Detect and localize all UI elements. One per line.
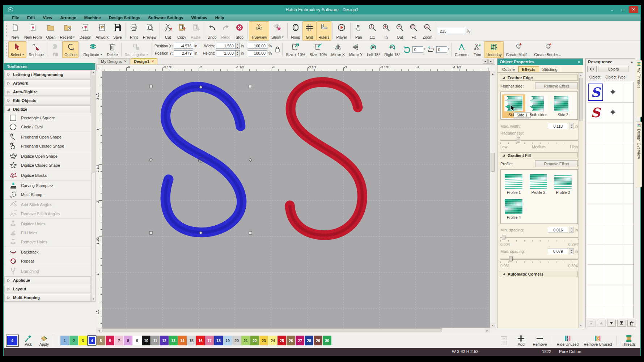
reshape-button[interactable]: Reshape xyxy=(26,41,46,58)
new-button[interactable]: New xyxy=(8,21,22,41)
toolboxes-scrollbar[interactable]: ▲ ▼ xyxy=(91,70,95,301)
save-button[interactable]: Save xyxy=(111,21,124,41)
tool-branching[interactable]: Branching xyxy=(4,267,91,276)
close-tab-icon[interactable]: ✕ xyxy=(152,60,154,63)
trueview-button[interactable]: TrueView xyxy=(249,21,269,41)
resequence-mode-button[interactable] xyxy=(587,66,597,72)
tab-prev-icon[interactable]: ◄ xyxy=(483,59,488,64)
create-border-button[interactable]: Create Border... xyxy=(532,41,563,58)
color-chip-1[interactable]: 1 xyxy=(60,336,69,345)
menu-help[interactable]: Help xyxy=(211,14,228,21)
slider-thumb[interactable] xyxy=(517,137,520,142)
column-object-type[interactable]: Object Type xyxy=(605,75,626,79)
color-chip-3[interactable]: 3 xyxy=(79,336,87,345)
gradient-remove-effect-button[interactable]: Remove Effect xyxy=(535,160,578,167)
width-input[interactable]: 1.569 xyxy=(216,43,236,49)
toolbox-section-appliqu-[interactable]: Appliqué xyxy=(4,276,91,284)
palette-spinner[interactable]: ▲▼ xyxy=(501,336,507,345)
tool-digitize-closed-shape[interactable]: Digitize Closed Shape xyxy=(4,161,91,170)
remove-button[interactable]: Remove xyxy=(533,335,547,346)
position-x-input[interactable]: -4.576 xyxy=(174,43,193,49)
pick-color-button[interactable]: Pick xyxy=(22,335,35,346)
design-button[interactable]: Design xyxy=(77,21,94,41)
resequence-row[interactable]: S xyxy=(587,102,634,123)
mirror-y-button[interactable]: Mirror Y xyxy=(347,41,365,58)
document-tab-my-designs[interactable]: My Designs✕ xyxy=(98,58,130,64)
tool-digitize-blocks[interactable]: Digitize Blocks xyxy=(4,171,91,180)
tool-rectangle-square[interactable]: Rectangle / Square xyxy=(4,113,91,122)
select-button[interactable]: Select▼ xyxy=(8,41,26,58)
max-spacing-spinner[interactable]: ▲▼ xyxy=(569,248,573,254)
tab-next-icon[interactable]: ► xyxy=(488,59,493,64)
duplicate-button[interactable]: Duplicate▼ xyxy=(81,41,105,58)
color-chip-28[interactable]: 28 xyxy=(305,336,313,345)
scale-x-input[interactable]: 100.00 xyxy=(248,43,267,49)
max-width-spinner[interactable]: ▲▼ xyxy=(569,123,573,129)
size-10-button[interactable]: Size + 10% xyxy=(284,41,307,58)
tool-remove-stitch-angles[interactable]: Remove Stitch Angles xyxy=(4,209,91,218)
color-chip-29[interactable]: 29 xyxy=(314,336,322,345)
max-width-input[interactable]: 0.118 xyxy=(548,123,568,129)
cut-button[interactable]: Cut xyxy=(161,21,175,41)
close-tab-icon[interactable]: ✕ xyxy=(124,60,127,63)
zoom-button[interactable]: Zoom xyxy=(420,21,435,41)
artwork-button[interactable]: Artwork xyxy=(93,21,111,41)
underlay-button[interactable]: Underlay xyxy=(484,41,504,58)
canvas-horizontal-scrollbar[interactable]: ◄ ► xyxy=(96,328,490,333)
tab-stitching[interactable]: Stitching xyxy=(539,67,561,72)
corners-button[interactable]: Corners xyxy=(453,41,470,58)
color-chip-14[interactable]: 14 xyxy=(178,336,187,345)
object-thumbnail[interactable]: S xyxy=(588,104,603,121)
menu-window[interactable]: Window xyxy=(187,14,211,21)
player-button[interactable]: Player xyxy=(334,21,349,41)
toolbox-section-auto-digitize[interactable]: Auto-Digitize xyxy=(4,88,91,96)
color-chip-12[interactable]: 12 xyxy=(160,336,169,345)
object-thumbnail[interactable]: S xyxy=(588,84,603,101)
size-10-button[interactable]: Size -10% xyxy=(308,41,329,58)
tool-digitize-holes[interactable]: Digitize Holes xyxy=(4,219,91,228)
tool-fill-holes[interactable]: Fill Holes xyxy=(4,228,91,237)
tool-circle-oval[interactable]: Circle / Oval xyxy=(4,122,91,131)
gradient-profile-3[interactable]: Profile 3 xyxy=(551,172,575,196)
canvas-vertical-scrollbar[interactable]: ▲ ▼ xyxy=(490,71,495,328)
outline-button[interactable]: Outline xyxy=(62,41,79,58)
min-spacing-slider[interactable] xyxy=(500,237,578,239)
slider-thumb[interactable] xyxy=(502,235,505,240)
scroll-up-icon[interactable]: ▲ xyxy=(92,70,95,74)
scroll-right-icon[interactable]: ► xyxy=(485,328,490,333)
column-object[interactable]: Object xyxy=(589,75,600,79)
color-chip-8[interactable]: 8 xyxy=(124,336,132,345)
color-chip-25[interactable]: 25 xyxy=(277,336,286,345)
color-chip-26[interactable]: 26 xyxy=(287,336,295,345)
object-properties-scrollbar[interactable]: ▲ ▼ xyxy=(579,73,583,328)
color-chip-11[interactable]: 11 xyxy=(151,336,160,345)
undo-button[interactable]: Undo xyxy=(205,21,219,41)
tool-repeat[interactable]: Repeat xyxy=(4,256,91,265)
menu-edit[interactable]: Edit xyxy=(23,14,39,21)
color-chip-19[interactable]: 19 xyxy=(223,336,232,345)
color-chip-9[interactable]: 9 xyxy=(133,336,141,345)
rotate-angle-input[interactable]: 0 xyxy=(412,46,423,53)
rulers-button[interactable]: Rulers xyxy=(316,21,331,41)
max-spacing-input[interactable]: 0.079 xyxy=(548,248,568,254)
menu-software-settings[interactable]: Software Settings xyxy=(144,14,187,21)
color-chip-4[interactable]: 4 xyxy=(88,336,96,345)
scale-y-input[interactable]: 100.00 xyxy=(248,50,267,56)
aspect-lock-icon[interactable] xyxy=(273,41,281,58)
hide-unused-button[interactable]: Hide Unused xyxy=(557,335,579,346)
tool-freehand-closed-shape[interactable]: Freehand Closed Shape xyxy=(4,141,91,150)
move-to-bottom-button[interactable] xyxy=(617,320,626,327)
maximize-button[interactable]: □ xyxy=(618,6,627,13)
toolbox-section-edit-objects[interactable]: Edit Objects xyxy=(4,97,91,105)
toolbox-section-artwork[interactable]: Artwork xyxy=(4,79,91,87)
stop-button[interactable]: Stop xyxy=(233,21,246,41)
colors-button[interactable]: Colors xyxy=(598,66,628,72)
slider-thumb[interactable] xyxy=(509,256,513,261)
grid-button[interactable]: Grid xyxy=(302,21,316,41)
move-to-top-button[interactable] xyxy=(587,320,596,327)
color-chip-13[interactable]: 13 xyxy=(169,336,178,345)
raggedness-slider[interactable] xyxy=(500,139,578,141)
scroll-down-icon[interactable]: ▼ xyxy=(92,297,95,301)
gradient-fill-header[interactable]: Gradient Fill xyxy=(500,152,578,158)
scroll-down-icon[interactable]: ▼ xyxy=(579,323,583,328)
